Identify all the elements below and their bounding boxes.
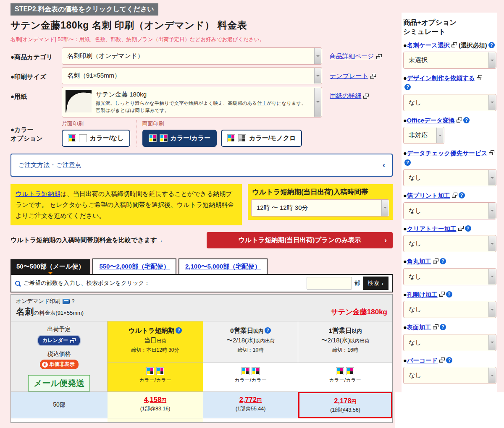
double-side-head: 両面印刷 — [142, 120, 302, 128]
price-value: 2,178 — [334, 397, 351, 405]
ultra-time-select[interactable]: 12時 〜 12時 30分 — [251, 199, 389, 217]
column-header-ultra: ウルトラ短納期? 当日出荷 締切：本日12時 30分 — [108, 321, 203, 363]
chevron-down-icon[interactable] — [381, 200, 388, 216]
color-color-button[interactable]: カラー/カラー — [142, 130, 217, 147]
cmyk-icon — [227, 134, 235, 142]
chevron-down-icon[interactable] — [488, 269, 496, 284]
chevron-down-icon[interactable] — [488, 203, 496, 219]
data-check-select[interactable]: なし — [403, 169, 496, 186]
clear-toner-link[interactable]: クリアトナー加工 — [407, 225, 457, 232]
design-request-link[interactable]: デザイン制作を依頼する — [407, 75, 475, 81]
cmyk-icon — [146, 367, 154, 375]
chevron-down-icon[interactable] — [314, 48, 321, 64]
calendar-button[interactable]: カレンダー — [37, 335, 81, 346]
color-mode-cell-0day: カラー/カラー — [203, 363, 298, 392]
chevron-right-icon: › — [384, 236, 387, 245]
chevron-down-icon[interactable] — [314, 88, 321, 117]
tab-mail-50-500[interactable]: 50〜500部（メール便） — [10, 259, 90, 274]
case-select-link[interactable]: 名刺ケース選択 — [407, 42, 450, 49]
price-link[interactable]: 2,772円 — [239, 396, 262, 403]
help-icon[interactable]: ? — [465, 225, 471, 232]
price-table-header: オンデマンド印刷 ? 名刺 の料金表(91×55mm) サテン金藤180kg — [11, 295, 392, 321]
ultra-link[interactable]: ウルトラ短納期 — [16, 190, 60, 197]
search-button[interactable]: 検索 › — [363, 277, 389, 290]
hole-punch-link[interactable]: 孔開け加工 — [407, 291, 438, 298]
quantity-search-input[interactable] — [307, 277, 352, 290]
category-select[interactable]: 名刺印刷（オンデマンド） — [62, 47, 322, 65]
help-icon[interactable]: ? — [446, 291, 452, 298]
help-icon[interactable]: ? — [404, 159, 411, 166]
sidebar-item-barcode: ●バーコード ? なし — [403, 356, 496, 384]
quantity-unit-label: 部 — [354, 279, 360, 287]
chevron-down-icon[interactable] — [488, 95, 496, 110]
help-icon[interactable]: ? — [463, 117, 470, 123]
chevron-down-icon[interactable] — [314, 68, 321, 84]
chevron-down-icon[interactable] — [488, 368, 496, 383]
barcode-select[interactable]: なし — [403, 367, 496, 384]
data-check-link[interactable]: データチェック優先サービス — [407, 150, 488, 157]
paper-detail-link[interactable]: 用紙の詳細 — [330, 92, 361, 100]
chevron-down-icon[interactable] — [436, 128, 444, 143]
template-link[interactable]: テンプレート — [330, 72, 368, 80]
help-icon[interactable]: ? — [446, 357, 452, 363]
guide-book-icon[interactable] — [63, 299, 70, 304]
tab-courier-2100-5000[interactable]: 2,100〜5,000部（宅配便） — [178, 258, 268, 274]
foil-print-link[interactable]: 箔プリント加工 — [407, 192, 450, 199]
tab-courier-550-2000[interactable]: 550〜2,000部（宅配便） — [92, 258, 176, 274]
cmyk-icon — [252, 367, 260, 375]
deadline-label: 締切：本日12時 30分 — [108, 347, 203, 358]
ultra-plan-only-button[interactable]: ウルトラ短納期(当日出荷)プランのみ表示 › — [207, 232, 393, 248]
surface-finish-select[interactable]: なし — [403, 334, 496, 351]
paper-thumbnail — [66, 90, 92, 112]
help-icon[interactable]: ? — [440, 324, 446, 330]
help-icon[interactable]: ? — [440, 258, 446, 264]
product-detail-link[interactable]: 商品詳細ページ — [330, 52, 374, 60]
help-icon[interactable]: ? — [404, 84, 411, 90]
chevron-down-icon[interactable] — [488, 302, 496, 317]
chevron-down-icon[interactable] — [488, 335, 496, 350]
paper-select[interactable]: サテン金藤 180kg 微光沢。しっとり滑らかな手触りで文字や絵柄がよく映え、高… — [62, 87, 322, 117]
chevron-down-icon[interactable] — [488, 236, 496, 251]
cmyk-icon — [346, 367, 354, 375]
yen-suffix: 円 — [161, 397, 166, 403]
round-corner-link[interactable]: 角丸加工 — [407, 258, 431, 265]
form-row-color-option: ●カラー オプション 片面印刷 カラー/なし 両面印刷 — [10, 120, 393, 147]
size-select[interactable]: 名刺（91×55mm） — [62, 67, 322, 84]
hole-punch-select[interactable]: なし — [403, 301, 496, 318]
surface-finish-link[interactable]: 表面加工 — [407, 324, 431, 331]
help-icon[interactable]: ? — [176, 327, 182, 334]
foil-print-select[interactable]: なし — [403, 202, 496, 219]
form-row-paper: ●用紙 サテン金藤 180kg 微光沢。しっとり滑らかな手触りで文字や絵柄がよく… — [10, 87, 393, 117]
office-convert-link[interactable]: Officeデータ変換 — [407, 117, 455, 124]
help-icon[interactable]: ? — [265, 327, 271, 334]
price-cell-0day: 2,772円 (1部@55.44) — [203, 392, 298, 418]
unit-price-toggle-button[interactable]: ¥ 単価非表示 — [40, 360, 79, 369]
yen-suffix: 円 — [352, 399, 357, 405]
new-window-icon — [439, 358, 445, 363]
help-icon[interactable]: ? — [72, 298, 75, 304]
case-select[interactable]: 未選択 — [403, 52, 496, 69]
price-link[interactable]: 4,158円 — [144, 396, 166, 403]
color-mode-cell-ultra: カラー/カラー — [108, 363, 203, 392]
help-icon[interactable]: ? — [459, 192, 465, 198]
column-header-1day: 1営業日以内 〜2/18(水)以内出荷 締切：16時 — [298, 321, 392, 363]
help-icon[interactable]: ? — [488, 42, 495, 48]
chevron-down-icon[interactable] — [488, 170, 496, 185]
office-select[interactable]: 非対応 — [403, 127, 444, 144]
chevron-down-icon[interactable] — [488, 52, 496, 68]
order-notice-accordion[interactable]: ご注文方法・ご注意点 ‹ — [10, 154, 393, 177]
round-corner-select[interactable]: なし — [403, 268, 496, 285]
ultra-description: ウルトラ短納期は、当日出荷の入稿締切時間を延長することができる納期プランです。 … — [10, 184, 242, 226]
ship-day: 当日 — [144, 337, 157, 344]
deadline-label: 締切：16時 — [298, 347, 392, 358]
color-none-button[interactable]: カラー/なし — [62, 130, 130, 147]
clear-toner-select[interactable]: なし — [403, 235, 496, 252]
design-select[interactable]: なし — [403, 94, 496, 111]
unit-price: (1部@43.56) — [299, 407, 391, 414]
color-mode-cell-1day: カラー/カラー — [298, 363, 392, 392]
color-mono-button[interactable]: カラー/モノクロ — [221, 130, 302, 147]
yen-icon: ¥ — [42, 362, 48, 368]
column-name: 0営業日 — [230, 327, 253, 334]
price-link[interactable]: 2,178円 — [334, 397, 356, 405]
barcode-link[interactable]: バーコード — [407, 357, 438, 364]
